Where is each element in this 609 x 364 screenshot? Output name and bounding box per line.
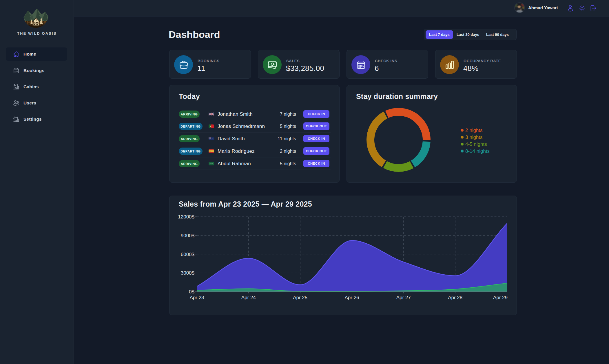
- svg-text:Apr 29: Apr 29: [493, 295, 508, 300]
- svg-text:Apr 28: Apr 28: [448, 295, 462, 300]
- svg-text:Apr 27: Apr 27: [396, 295, 411, 300]
- svg-text:Apr 23: Apr 23: [189, 295, 204, 300]
- svg-text:0$: 0$: [189, 289, 194, 295]
- svg-text:3000$: 3000$: [181, 270, 195, 276]
- svg-text:8-14 nights: 8-14 nights: [465, 148, 490, 154]
- svg-text:12000$: 12000$: [178, 214, 194, 220]
- svg-text:2 nights: 2 nights: [465, 128, 483, 133]
- svg-text:Apr 24: Apr 24: [241, 295, 256, 300]
- svg-text:3 nights: 3 nights: [465, 135, 483, 140]
- svg-text:9000$: 9000$: [181, 233, 195, 238]
- svg-text:Apr 25: Apr 25: [293, 295, 307, 300]
- svg-text:6000$: 6000$: [181, 252, 195, 257]
- svg-text:Apr 26: Apr 26: [344, 295, 359, 300]
- svg-text:4-5 nights: 4-5 nights: [465, 141, 487, 147]
